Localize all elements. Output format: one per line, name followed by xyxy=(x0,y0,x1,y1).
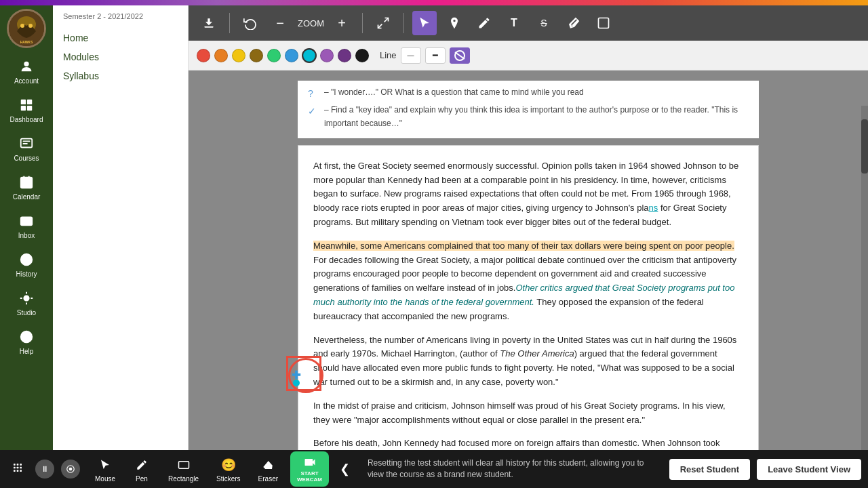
zoom-in-button[interactable]: + xyxy=(330,11,354,35)
refresh-button[interactable] xyxy=(238,11,262,35)
logo-image: HAWKS xyxy=(9,11,44,46)
svg-rect-31 xyxy=(20,470,22,472)
zoom-out-button[interactable]: − xyxy=(268,11,292,35)
leave-student-view-button[interactable]: Leave Student View xyxy=(757,459,861,480)
semester-label: Semester 2 - 2021/2022 xyxy=(63,12,178,20)
svg-point-16 xyxy=(26,340,27,340)
svg-rect-12 xyxy=(21,218,33,226)
pin-button[interactable] xyxy=(442,11,467,35)
studio-icon xyxy=(17,289,36,308)
content-area: Semester 2 - 2021/2022 Home Modules Syll… xyxy=(53,5,868,450)
svg-rect-8 xyxy=(21,106,26,110)
svg-rect-30 xyxy=(17,470,19,472)
pause-button[interactable]: ⏸ xyxy=(35,460,54,479)
mouse-tool[interactable]: Mouse xyxy=(90,453,121,485)
sidebar-label-help: Help xyxy=(20,348,34,355)
color-brown[interactable] xyxy=(250,49,263,62)
rectangle-button[interactable] xyxy=(591,11,616,35)
toolbar: − ZOOM + T S xyxy=(189,5,868,41)
line-thin-button[interactable]: — xyxy=(401,47,421,64)
color-red[interactable] xyxy=(197,49,210,62)
webcam-label: STARTWEBCAM xyxy=(297,470,322,483)
nav-syllabus[interactable]: Syllabus xyxy=(63,66,178,85)
nav-home[interactable]: Home xyxy=(63,28,178,47)
stickers-tool[interactable]: 😊 Stickers xyxy=(211,453,246,485)
sidebar-item-courses[interactable]: Courses xyxy=(0,129,53,167)
pen-bottom-icon xyxy=(133,456,151,474)
strikethrough-button[interactable]: S xyxy=(532,11,556,35)
line-medium-button[interactable]: ━ xyxy=(425,47,446,64)
svg-rect-9 xyxy=(27,106,32,110)
annotation-hint: ? – "I wonder…." OR What is a question t… xyxy=(298,81,759,138)
sidebar-logo[interactable]: HAWKS xyxy=(7,9,46,48)
highlighted-orange-text: Meanwhile, some Americans complained tha… xyxy=(313,241,734,251)
zoom-label: ZOOM xyxy=(298,18,324,28)
account-icon xyxy=(17,57,36,76)
main-content: − ZOOM + T S xyxy=(189,5,868,450)
color-black[interactable] xyxy=(355,49,369,62)
sidebar-item-inbox[interactable]: Inbox xyxy=(0,206,53,245)
sidebar-item-calendar[interactable]: Calendar xyxy=(0,167,53,206)
color-purple[interactable] xyxy=(320,49,334,62)
webcam-circle[interactable] xyxy=(61,460,80,479)
pointer-button[interactable] xyxy=(412,11,437,35)
scrollbar-track[interactable] xyxy=(861,106,868,450)
svg-point-2 xyxy=(20,24,24,28)
color-cyan[interactable] xyxy=(302,48,317,63)
svg-rect-33 xyxy=(178,461,189,468)
rectangle-tool[interactable]: Rectangle xyxy=(163,453,204,485)
courses-icon xyxy=(17,134,36,153)
main-layout: HAWKS Account Dashboard Courses xyxy=(0,5,868,450)
svg-point-14 xyxy=(24,296,28,300)
top-bar xyxy=(0,0,868,5)
nav-modules[interactable]: Modules xyxy=(63,47,178,66)
pen-tool[interactable]: Pen xyxy=(127,453,156,485)
inbox-icon xyxy=(17,211,36,230)
svg-text:HAWKS: HAWKS xyxy=(20,40,33,44)
download-button[interactable] xyxy=(197,11,221,35)
annotation-dot xyxy=(293,380,300,386)
sidebar-label-dashboard: Dashboard xyxy=(10,116,43,123)
color-blue[interactable] xyxy=(285,49,298,62)
svg-rect-26 xyxy=(14,467,16,469)
history-icon xyxy=(17,250,36,269)
hint-check-text: – Find a "key idea" and explain why you … xyxy=(324,104,749,129)
svg-rect-23 xyxy=(14,464,16,466)
color-orange[interactable] xyxy=(214,49,228,62)
sidebar-item-help[interactable]: Help xyxy=(0,322,53,361)
line-section: Line — ━ xyxy=(380,47,470,64)
text-button[interactable]: T xyxy=(502,11,526,35)
paragraph-2: Meanwhile, some Americans complained tha… xyxy=(313,239,743,324)
toolbar-divider-1 xyxy=(229,13,230,33)
svg-rect-24 xyxy=(17,464,19,466)
paragraph-5: Before his death, John Kennedy had focus… xyxy=(313,436,743,450)
expand-button[interactable] xyxy=(371,11,395,35)
paragraph-1: At first, the Great Society seemed enorm… xyxy=(313,159,743,230)
hint-question-text: – "I wonder…." OR What is a question tha… xyxy=(324,86,584,99)
highlight-button[interactable] xyxy=(561,11,586,35)
svg-point-5 xyxy=(24,62,28,66)
scrollbar-thumb[interactable] xyxy=(861,119,868,174)
doc-area[interactable]: ? – "I wonder…." OR What is a question t… xyxy=(189,70,868,450)
sidebar-item-account[interactable]: Account xyxy=(0,52,53,90)
paragraph-4: In the midst of praise and criticism, Jo… xyxy=(313,399,743,428)
pen-button[interactable] xyxy=(472,11,496,35)
line-dashed-button[interactable] xyxy=(450,47,470,64)
eraser-tool[interactable]: Eraser xyxy=(253,453,283,485)
sidebar-item-dashboard[interactable]: Dashboard xyxy=(0,90,53,129)
reset-student-button[interactable]: Reset Student xyxy=(669,459,750,480)
sidebar-item-history[interactable]: History xyxy=(0,245,53,283)
annotation-pencil-marker: ✚ xyxy=(292,367,300,384)
color-dark-purple[interactable] xyxy=(338,49,351,62)
svg-rect-25 xyxy=(20,464,22,466)
svg-line-19 xyxy=(378,24,382,28)
dashboard-icon xyxy=(17,96,36,115)
svg-rect-6 xyxy=(21,100,26,104)
sidebar-item-studio[interactable]: Studio xyxy=(0,283,53,322)
hint-row-2: ✓ – Find a "key idea" and explain why yo… xyxy=(308,104,749,129)
collapse-button[interactable]: ❮ xyxy=(336,459,354,479)
apps-icon[interactable] xyxy=(7,460,28,479)
color-green[interactable] xyxy=(267,49,281,62)
color-yellow[interactable] xyxy=(232,49,245,62)
start-webcam-button[interactable]: STARTWEBCAM xyxy=(290,451,329,487)
